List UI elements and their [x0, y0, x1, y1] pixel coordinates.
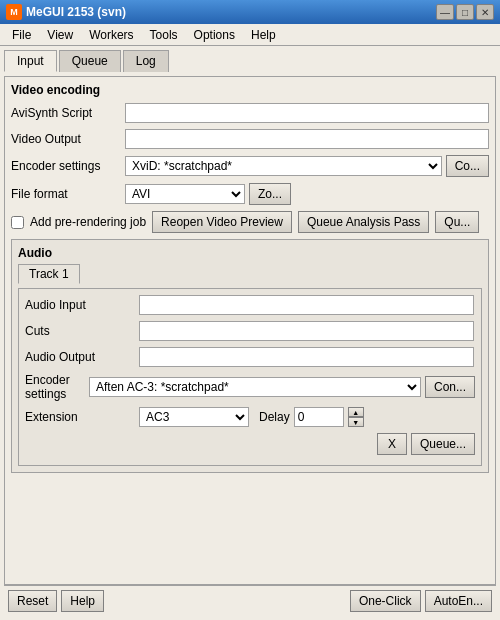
cuts-row: Cuts [25, 321, 475, 341]
right-buttons: One-Click AutoEn... [350, 590, 492, 612]
delay-up-button[interactable]: ▲ [348, 407, 364, 417]
prerender-row: Add pre-rendering job Reopen Video Previ… [11, 211, 489, 233]
menu-file[interactable]: File [4, 26, 39, 43]
window-title: MeGUI 2153 (svn) [26, 5, 126, 19]
app-icon: M [6, 4, 22, 20]
maximize-button[interactable]: □ [456, 4, 474, 20]
main-tabs: Input Queue Log [4, 50, 496, 72]
avisynth-row: AviSynth Script [11, 103, 489, 123]
audio-track-content: Audio Input Cuts Audio Output Encoder se… [18, 288, 482, 466]
queue-video-button[interactable]: Qu... [435, 211, 479, 233]
audio-input-label: Audio Input [25, 298, 135, 312]
reopen-preview-button[interactable]: Reopen Video Preview [152, 211, 292, 233]
left-buttons: Reset Help [8, 590, 104, 612]
menu-help[interactable]: Help [243, 26, 284, 43]
minimize-button[interactable]: — [436, 4, 454, 20]
auto-encode-button[interactable]: AutoEn... [425, 590, 492, 612]
queue-analysis-button[interactable]: Queue Analysis Pass [298, 211, 429, 233]
help-button[interactable]: Help [61, 590, 104, 612]
menu-tools[interactable]: Tools [142, 26, 186, 43]
audio-encoder-row: Encoder settings Aften AC-3: *scratchpad… [25, 373, 475, 401]
extension-label: Extension [25, 410, 135, 424]
menu-options[interactable]: Options [186, 26, 243, 43]
file-format-label: File format [11, 187, 121, 201]
content-area: Video encoding AviSynth Script Video Out… [4, 76, 496, 585]
audio-encoder-select[interactable]: Aften AC-3: *scratchpad* [89, 377, 421, 397]
audio-input-field[interactable] [139, 295, 474, 315]
audio-tabs: Track 1 [18, 264, 482, 284]
audio-output-label: Audio Output [25, 350, 135, 364]
window-controls: — □ ✕ [436, 4, 494, 20]
tab-input[interactable]: Input [4, 50, 57, 72]
one-click-button[interactable]: One-Click [350, 590, 421, 612]
tab-queue[interactable]: Queue [59, 50, 121, 72]
extension-select[interactable]: AC3 [139, 407, 249, 427]
audio-action-buttons: X Queue... [25, 433, 475, 455]
close-button[interactable]: ✕ [476, 4, 494, 20]
delay-down-button[interactable]: ▼ [348, 417, 364, 427]
audio-queue-button[interactable]: Queue... [411, 433, 475, 455]
delay-spinner: ▲ ▼ [348, 407, 364, 427]
encoder-settings-row: Encoder settings XviD: *scratchpad* Co..… [11, 155, 489, 177]
audio-input-row: Audio Input [25, 295, 475, 315]
video-output-row: Video Output [11, 129, 489, 149]
audio-encoder-label: Encoder settings [25, 373, 85, 401]
prerender-checkbox[interactable] [11, 216, 24, 229]
video-output-input[interactable] [125, 129, 489, 149]
delay-label: Delay [259, 410, 290, 424]
avisynth-label: AviSynth Script [11, 106, 121, 120]
audio-x-button[interactable]: X [377, 433, 407, 455]
audio-track-tab[interactable]: Track 1 [18, 264, 80, 284]
delay-input[interactable] [294, 407, 344, 427]
encoder-settings-label: Encoder settings [11, 159, 121, 173]
video-output-label: Video Output [11, 132, 121, 146]
prerender-label: Add pre-rendering job [30, 215, 146, 229]
cuts-input[interactable] [139, 321, 474, 341]
file-format-row: File format AVI Zo... [11, 183, 489, 205]
menu-workers[interactable]: Workers [81, 26, 141, 43]
tab-log[interactable]: Log [123, 50, 169, 72]
audio-output-row: Audio Output [25, 347, 475, 367]
audio-output-input[interactable] [139, 347, 474, 367]
encoder-settings-select[interactable]: XviD: *scratchpad* [125, 156, 442, 176]
bottom-bar: Reset Help One-Click AutoEn... [4, 585, 496, 616]
menu-bar: File View Workers Tools Options Help [0, 24, 500, 46]
cuts-label: Cuts [25, 324, 135, 338]
avisynth-input[interactable] [125, 103, 489, 123]
encoder-config-button[interactable]: Co... [446, 155, 489, 177]
zoom-button[interactable]: Zo... [249, 183, 291, 205]
reset-button[interactable]: Reset [8, 590, 57, 612]
audio-encoder-config-button[interactable]: Con... [425, 376, 475, 398]
title-bar: M MeGUI 2153 (svn) — □ ✕ [0, 0, 500, 24]
file-format-select[interactable]: AVI [125, 184, 245, 204]
menu-view[interactable]: View [39, 26, 81, 43]
audio-section: Audio Track 1 Audio Input Cuts Audio Out… [11, 239, 489, 473]
extension-row: Extension AC3 Delay ▲ ▼ [25, 407, 475, 427]
video-encoding-title: Video encoding [11, 83, 489, 97]
main-content: Input Queue Log Video encoding AviSynth … [0, 46, 500, 620]
audio-title: Audio [18, 246, 482, 260]
